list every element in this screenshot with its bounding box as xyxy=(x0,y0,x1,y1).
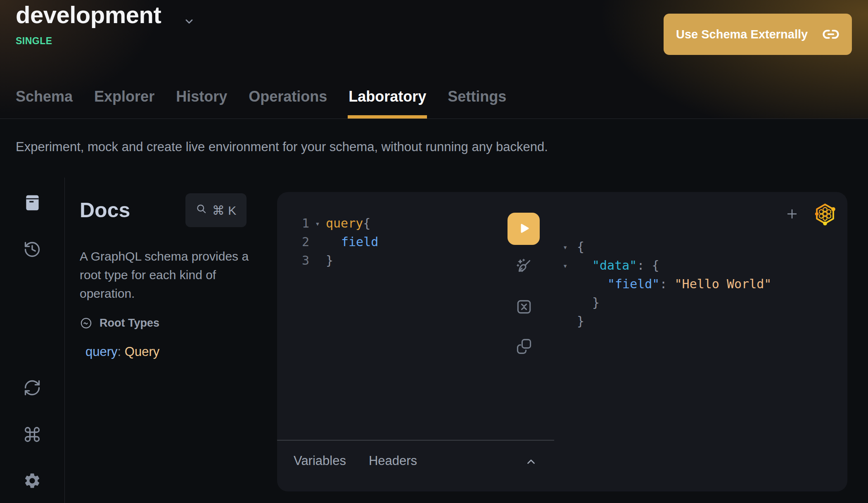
page-header: development SINGLE Use Schema Externally… xyxy=(0,0,868,119)
cta-label: Use Schema Externally xyxy=(676,28,808,41)
tab-operations[interactable]: Operations xyxy=(249,88,327,119)
editor-line: 3 } xyxy=(277,251,378,270)
main-tabs: Schema Explorer History Operations Labor… xyxy=(16,88,506,119)
history-icon xyxy=(23,240,41,260)
play-icon xyxy=(515,220,532,238)
editor-line: 1 ▾ query{ xyxy=(277,214,378,233)
chevron-down-icon[interactable] xyxy=(183,16,195,27)
json-key: "data" xyxy=(592,258,637,273)
response-line: ▾ "data": { xyxy=(563,256,771,275)
use-schema-externally-button[interactable]: Use Schema Externally xyxy=(664,14,852,55)
line-number: 1 xyxy=(277,216,309,230)
docs-search-button[interactable]: ⌘ K xyxy=(185,193,247,227)
code-keyword: query xyxy=(326,216,363,230)
fold-arrow-icon[interactable]: ▾ xyxy=(309,219,326,228)
editor-line: 2 field xyxy=(277,233,378,251)
command-icon xyxy=(23,425,41,445)
execute-query-button[interactable] xyxy=(508,213,540,245)
code-brace: } xyxy=(326,253,333,268)
plus-icon xyxy=(786,215,798,221)
response-line: } xyxy=(563,312,771,330)
root-separator: : xyxy=(118,344,125,359)
prettify-query-button[interactable] xyxy=(515,257,533,275)
line-number: 2 xyxy=(277,235,309,249)
chevron-up-icon xyxy=(524,463,538,469)
json-value: "Hello World" xyxy=(675,277,772,291)
prettify-icon xyxy=(515,270,533,277)
fold-arrow-icon[interactable]: ▾ xyxy=(563,242,577,252)
graphiql-panel: 1 ▾ query{ 2 field 3 } xyxy=(277,192,847,491)
tab-schema[interactable]: Schema xyxy=(16,88,73,119)
tilde-circle-icon xyxy=(80,317,92,330)
json-key: "field" xyxy=(607,277,659,291)
code-field: field xyxy=(326,235,378,249)
merge-icon xyxy=(515,311,533,317)
copy-query-button[interactable] xyxy=(515,337,533,355)
docs-panel: Docs ⌘ K A GraphQL schema provides a roo… xyxy=(65,178,277,503)
tab-laboratory[interactable]: Laboratory xyxy=(349,88,426,119)
root-types-heading: Root Types xyxy=(100,317,159,330)
collapse-footer-button[interactable] xyxy=(523,456,539,468)
search-shortcut: ⌘ K xyxy=(212,203,236,218)
docs-rail-button[interactable] xyxy=(21,192,43,214)
response-viewer: ▾ { ▾ "data": { "field": "Hello World" } xyxy=(563,237,771,330)
tab-settings[interactable]: Settings xyxy=(448,88,506,119)
code-brace: { xyxy=(363,216,370,230)
page-description: Experiment, mock and create live environ… xyxy=(0,119,868,178)
target-type-badge: SINGLE xyxy=(16,36,52,47)
fold-arrow-icon[interactable]: ▾ xyxy=(563,261,577,270)
copy-icon xyxy=(515,350,533,356)
tab-history[interactable]: History xyxy=(176,88,227,119)
project-title: development xyxy=(16,1,161,28)
gear-icon xyxy=(23,472,41,491)
add-tab-button[interactable] xyxy=(786,208,798,220)
hive-logo[interactable] xyxy=(813,202,837,226)
root-type-name: Query xyxy=(125,344,159,359)
refresh-icon xyxy=(23,379,41,398)
schema-description: A GraphQL schema provides a root type fo… xyxy=(80,247,266,303)
tools-rail xyxy=(0,178,65,503)
merge-fragments-button[interactable] xyxy=(515,298,533,316)
link-icon xyxy=(822,26,840,43)
response-line: "field": "Hello World" xyxy=(563,275,771,293)
root-query-entry[interactable]: query: Query xyxy=(80,344,247,359)
book-icon xyxy=(23,194,41,213)
query-editor[interactable]: 1 ▾ query{ 2 field 3 } xyxy=(277,214,378,270)
editor-footer-divider xyxy=(277,440,554,441)
docs-title: Docs xyxy=(80,198,130,222)
shortcuts-button[interactable] xyxy=(21,424,43,446)
line-number: 3 xyxy=(277,253,309,268)
editor-footer-tabs: Variables Headers xyxy=(294,453,417,468)
response-line: ▾ { xyxy=(563,237,771,256)
laboratory-workspace: Docs ⌘ K A GraphQL schema provides a roo… xyxy=(0,178,868,503)
settings-rail-button[interactable] xyxy=(21,470,43,492)
response-line: } xyxy=(563,293,771,312)
laboratory-page: development SINGLE Use Schema Externally… xyxy=(0,0,868,503)
tab-explorer[interactable]: Explorer xyxy=(94,88,154,119)
root-types-section: Root Types xyxy=(80,317,247,330)
headers-tab[interactable]: Headers xyxy=(369,453,417,468)
history-rail-button[interactable] xyxy=(21,239,43,261)
search-icon xyxy=(196,203,207,217)
reload-schema-button[interactable] xyxy=(21,377,43,399)
root-field-name: query xyxy=(85,344,118,359)
variables-tab[interactable]: Variables xyxy=(294,453,346,468)
